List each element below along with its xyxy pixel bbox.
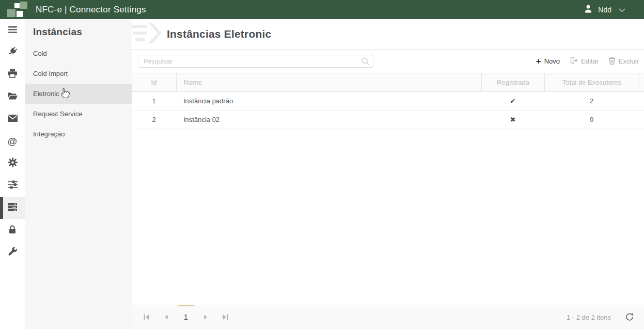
printer-icon xyxy=(8,69,17,80)
cell-nome: Instância padrão xyxy=(176,92,481,110)
sidebar-item-request-service[interactable]: Request Service xyxy=(25,104,132,124)
trash-icon xyxy=(608,57,616,66)
app-title: NFC-e | Connector Settings xyxy=(36,5,146,15)
sidebar-item-cold-import[interactable]: Cold Import xyxy=(25,64,132,84)
edit-button[interactable]: Editar xyxy=(570,57,599,66)
sidebar-item-eletronic[interactable]: Eletronic xyxy=(25,84,132,104)
icon-rail: @ xyxy=(0,19,25,329)
sidebar-item-cold[interactable]: Cold xyxy=(25,43,132,64)
table-row[interactable]: 1 Instância padrão ✔ 2 xyxy=(132,92,644,111)
last-page-button[interactable] xyxy=(215,308,235,326)
user-name: Ndd xyxy=(598,6,611,14)
logo-square xyxy=(17,11,23,17)
column-header-filler xyxy=(639,73,644,91)
page-title: Instâncias Eletronic xyxy=(167,28,271,40)
logo-square xyxy=(7,9,15,17)
pager-right: 1 - 2 de 2 itens xyxy=(567,312,634,322)
next-page-button[interactable] xyxy=(196,308,215,326)
cell-id: 1 xyxy=(132,92,176,110)
mail-icon xyxy=(8,115,18,124)
rail-item-security[interactable] xyxy=(0,219,25,241)
rail-item-mail[interactable] xyxy=(0,108,25,130)
app-body: @ Instâncias Cold Cold Import Eletroni xyxy=(0,19,644,329)
rail-item-tools[interactable] xyxy=(0,241,25,263)
rail-item-tuning[interactable] xyxy=(0,175,25,197)
column-header-registrada[interactable]: Registrada xyxy=(481,73,544,91)
lock-icon xyxy=(8,225,17,236)
app-logo xyxy=(7,1,28,19)
sliders-icon xyxy=(8,180,18,191)
rail-item-printers[interactable] xyxy=(0,64,25,86)
rail-item-files[interactable] xyxy=(0,86,25,108)
sidebar-heading: Instâncias xyxy=(25,19,132,43)
menu-icon xyxy=(8,26,17,35)
plus-icon: + xyxy=(536,57,541,66)
column-header-id[interactable]: Id xyxy=(132,73,176,91)
cross-icon: ✖ xyxy=(481,111,544,129)
search-input[interactable] xyxy=(138,55,373,68)
grid-toolbar: + Novo Editar Excluir xyxy=(132,50,644,73)
user-icon xyxy=(584,4,593,15)
chevron-down-icon xyxy=(619,5,625,14)
logo-square xyxy=(14,3,20,8)
plug-icon xyxy=(8,46,18,58)
delete-button-label: Excluir xyxy=(619,57,639,65)
wrench-icon xyxy=(8,246,18,258)
cell-id: 2 xyxy=(132,111,176,129)
new-button-label: Novo xyxy=(544,57,560,65)
search-box xyxy=(138,55,373,68)
table-row[interactable]: 2 Instância 02 ✖ 0 xyxy=(132,111,644,129)
rail-item-connections[interactable] xyxy=(0,41,25,64)
cell-nome: Instância 02 xyxy=(176,111,481,129)
previous-page-button[interactable] xyxy=(156,308,176,326)
check-icon: ✔ xyxy=(481,92,544,110)
page-number[interactable]: 1 xyxy=(176,308,196,326)
rail-item-instances[interactable] xyxy=(0,197,25,219)
folder-open-icon xyxy=(8,92,18,102)
page-header: Instâncias Eletronic xyxy=(132,19,644,50)
at-icon: @ xyxy=(7,136,17,147)
server-icon xyxy=(8,203,17,213)
gear-icon xyxy=(8,158,18,169)
sidebar: Instâncias Cold Cold Import Eletronic Re… xyxy=(25,19,132,329)
cell-executores: 0 xyxy=(544,111,639,129)
page-list-icon xyxy=(132,22,162,46)
search-icon[interactable] xyxy=(362,57,369,67)
cell-executores: 2 xyxy=(544,92,639,110)
new-button[interactable]: + Novo xyxy=(536,57,560,66)
app-window: NFC-e | Connector Settings Ndd xyxy=(0,0,644,329)
delete-button[interactable]: Excluir xyxy=(608,57,639,66)
edit-icon xyxy=(570,57,578,66)
topbar: NFC-e | Connector Settings Ndd xyxy=(0,0,644,19)
edit-button-label: Editar xyxy=(581,57,599,65)
pager: 1 1 - 2 de 2 itens xyxy=(132,305,644,329)
refresh-button[interactable] xyxy=(624,312,634,322)
user-menu[interactable]: Ndd xyxy=(584,4,625,15)
table-header: Id Nome Registrada Total de Executores xyxy=(132,73,644,92)
current-page-indicator xyxy=(178,305,194,306)
pager-info: 1 - 2 de 2 itens xyxy=(567,314,611,321)
rail-item-menu[interactable] xyxy=(0,19,25,41)
toolbar-buttons: + Novo Editar Excluir xyxy=(536,57,639,66)
column-header-total-executores[interactable]: Total de Executores xyxy=(544,73,639,91)
rail-item-email-settings[interactable]: @ xyxy=(0,130,25,152)
sidebar-item-integracao[interactable]: Integração xyxy=(25,124,132,144)
main-content: Instâncias Eletronic + Novo xyxy=(132,19,644,329)
rail-item-settings[interactable] xyxy=(0,152,25,175)
first-page-button[interactable] xyxy=(137,308,156,326)
column-header-nome[interactable]: Nome xyxy=(176,73,481,91)
logo-square xyxy=(20,2,27,9)
